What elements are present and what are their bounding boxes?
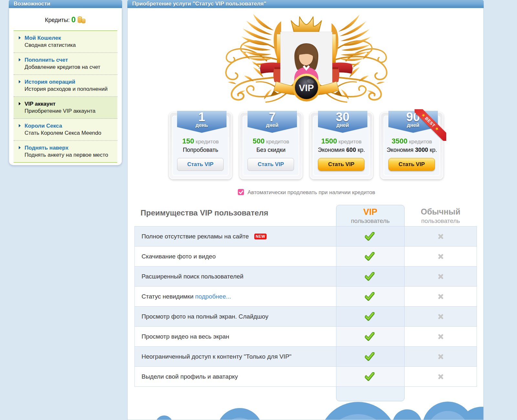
svg-text:VIP: VIP (299, 83, 314, 93)
